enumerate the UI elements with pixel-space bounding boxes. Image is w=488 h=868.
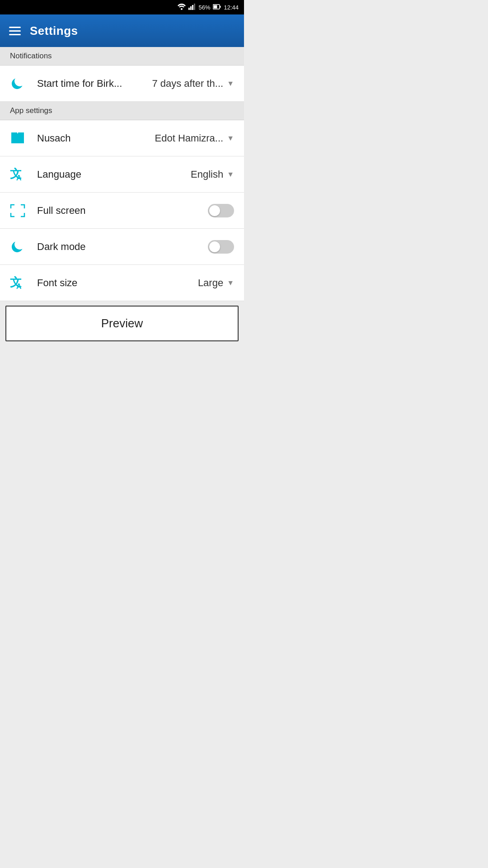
settings-content: Notifications Start time for Birk... 7 d… (0, 47, 244, 341)
language-value[interactable]: English ▼ (191, 169, 234, 180)
dark-mode-label: Dark mode (37, 241, 208, 253)
font-size-icon: 文 A (10, 276, 33, 290)
font-size-value[interactable]: Large ▼ (198, 277, 234, 289)
svg-rect-7 (214, 5, 217, 8)
svg-text:A: A (16, 174, 22, 181)
full-screen-label: Full screen (37, 205, 208, 217)
settings-item-nusach[interactable]: Nusach Edot Hamizra... ▼ (0, 120, 244, 156)
svg-rect-1 (188, 8, 190, 10)
language-icon: 文 A (10, 168, 33, 181)
font-size-value-text: Large (198, 277, 223, 289)
start-time-label: Start time for Birk... (37, 78, 152, 90)
svg-point-0 (181, 8, 183, 10)
time: 12:44 (224, 4, 239, 11)
section-header-notifications: Notifications (0, 47, 244, 66)
signal-icon (188, 4, 196, 11)
full-screen-toggle[interactable] (208, 204, 234, 217)
start-time-value-text: 7 days after th... (152, 78, 223, 90)
app-bar: Settings (0, 14, 244, 47)
nusach-dropdown-arrow: ▼ (227, 134, 234, 142)
language-value-text: English (191, 169, 223, 180)
settings-item-dark-mode[interactable]: Dark mode (0, 229, 244, 265)
expand-icon (10, 204, 33, 217)
nusach-value[interactable]: Edot Hamizra... ▼ (155, 132, 234, 144)
app-bar-title: Settings (30, 24, 78, 38)
start-time-value[interactable]: 7 days after th... ▼ (152, 78, 234, 90)
svg-rect-4 (194, 4, 195, 10)
dark-mode-toggle-knob (209, 241, 220, 252)
settings-item-full-screen[interactable]: Full screen (0, 193, 244, 229)
battery-percent: 56% (198, 4, 210, 11)
svg-rect-2 (190, 6, 192, 10)
language-dropdown-arrow: ▼ (227, 170, 234, 179)
moon-icon-start-time (10, 76, 33, 91)
start-time-dropdown-arrow: ▼ (227, 80, 234, 88)
language-label: Language (37, 169, 191, 180)
section-header-app-settings: App settings (0, 102, 244, 120)
nusach-label: Nusach (37, 132, 155, 144)
full-screen-toggle-knob (209, 205, 220, 216)
dark-mode-toggle[interactable] (208, 240, 234, 254)
book-icon (10, 132, 33, 145)
svg-rect-3 (192, 5, 193, 10)
font-size-dropdown-arrow: ▼ (227, 279, 234, 287)
preview-button[interactable]: Preview (5, 306, 239, 341)
settings-item-start-time[interactable]: Start time for Birk... 7 days after th..… (0, 66, 244, 102)
dark-mode-moon-icon (10, 240, 33, 254)
settings-item-font-size[interactable]: 文 A Font size Large ▼ (0, 265, 244, 301)
nusach-value-text: Edot Hamizra... (155, 132, 224, 144)
hamburger-menu[interactable] (9, 27, 21, 35)
font-size-label: Font size (37, 277, 198, 289)
wifi-icon (178, 4, 186, 11)
battery-icon (213, 4, 221, 11)
settings-item-language[interactable]: 文 A Language English ▼ (0, 156, 244, 193)
svg-text:A: A (16, 283, 22, 290)
status-bar: 56% 12:44 (0, 0, 244, 14)
svg-rect-6 (220, 6, 221, 8)
